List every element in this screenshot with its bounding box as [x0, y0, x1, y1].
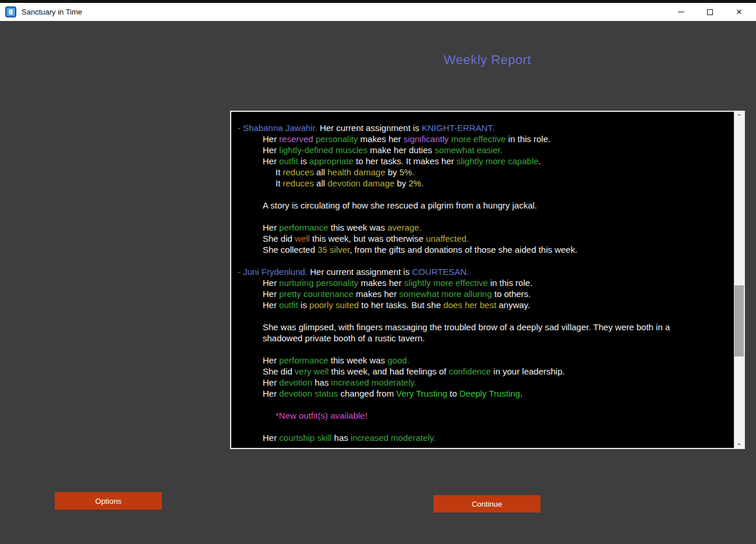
report-text-segment: somewhat more alluring — [399, 289, 492, 299]
maximize-button[interactable] — [695, 3, 725, 21]
report-line: She collected 35 silver, from the gifts … — [238, 244, 730, 255]
report-text: - Shabanna Jawahir. Her current assignme… — [231, 112, 734, 448]
report-text-segment: somewhat easier. — [434, 145, 503, 155]
report-line: Her lightly-defined muscles make her dut… — [238, 144, 730, 156]
report-text-segment: very well — [295, 366, 328, 376]
report-text-segment: this week was — [328, 355, 388, 365]
report-text-segment: - Shabanna Jawahir. — [238, 123, 317, 133]
report-line — [238, 189, 730, 200]
report-text-segment: all — [314, 167, 327, 177]
report-text-segment: by — [385, 167, 399, 177]
report-text-segment: does her best — [443, 300, 496, 310]
report-text-segment: has — [331, 433, 351, 443]
report-text-segment: is — [298, 156, 309, 166]
report-text-segment: to — [447, 388, 460, 398]
report-line — [238, 310, 730, 322]
scroll-up-button[interactable]: ⌃ — [734, 112, 744, 122]
report-line — [238, 211, 730, 222]
report-text-segment: 5%. — [400, 167, 415, 177]
options-button[interactable]: Options — [55, 492, 162, 510]
page-title: Weekly Report — [230, 52, 745, 68]
report-text-segment: damage — [361, 178, 394, 188]
report-text-segment: performance — [279, 355, 328, 365]
report-text-segment: It — [275, 178, 283, 188]
maximize-icon — [707, 9, 713, 15]
report-text-segment: confidence — [448, 366, 491, 376]
report-text-segment: this week, and had feelings of — [328, 366, 448, 376]
scroll-down-button[interactable]: ⌄ — [734, 438, 744, 448]
report-text-segment: It — [275, 167, 283, 177]
report-text-segment: personality — [316, 134, 358, 144]
report-text-segment: COURTESAN. — [412, 267, 469, 277]
report-text-segment: performance — [279, 222, 328, 232]
report-text-segment: nurturing personality — [279, 278, 358, 288]
report-text-segment: all — [314, 178, 327, 188]
report-text-segment: 2%. — [409, 178, 424, 188]
report-line — [238, 255, 730, 266]
report-text-segment: by — [394, 178, 408, 188]
report-line: - Shabanna Jawahir. Her current assignme… — [238, 122, 730, 133]
report-text-segment: She did — [263, 234, 295, 243]
report-text-segment: Her — [263, 156, 279, 166]
report-text-segment: 35 silver — [317, 245, 349, 255]
report-text-segment: reserved — [279, 134, 313, 144]
report-text-segment: in this role. — [488, 278, 533, 288]
report-line: Her devotion status changed from Very Tr… — [238, 388, 730, 399]
continue-button[interactable]: Continue — [433, 495, 540, 513]
report-text-segment: Her — [263, 222, 279, 232]
report-line: Her reserved personality makes her signi… — [238, 133, 730, 144]
report-line: She did well this week, but was otherwis… — [238, 233, 730, 244]
app-icon-glyph — [9, 9, 13, 15]
report-text-segment: reduces — [283, 178, 314, 188]
report-text-segment: Very Trusting — [396, 388, 447, 398]
chevron-up-icon: ⌃ — [736, 113, 741, 121]
report-text-segment: . — [539, 156, 541, 166]
report-line: Her outfit is appropriate to her tasks. … — [238, 156, 730, 167]
report-text-segment: appropriate — [309, 156, 354, 166]
report-text-segment: *New outfit(s) available! — [275, 411, 368, 421]
report-text-segment: makes her — [358, 278, 404, 288]
report-text-segment: She was glimpsed, with fingers massaging… — [263, 322, 670, 332]
report-text-segment: makes her — [354, 289, 399, 299]
weekly-report-panel: - Shabanna Jawahir. Her current assignme… — [230, 111, 745, 449]
report-text-segment: Her — [263, 300, 279, 310]
report-text-segment: - Juni Frydenlund. — [238, 267, 308, 277]
scroll-thumb[interactable] — [734, 285, 744, 356]
report-line: It reduces all devotion damage by 2%. — [238, 178, 730, 189]
titlebar: Sanctuary in Time ✕ — [0, 3, 756, 21]
window-title: Sanctuary in Time — [22, 8, 82, 16]
report-line: She did very well this week, and had fee… — [238, 366, 730, 377]
report-text-segment: anyway. — [496, 300, 530, 310]
report-text-segment: this week, but was otherwise — [310, 234, 426, 243]
report-line: Her courtship skill has increased modera… — [238, 432, 730, 443]
report-text-segment: good. — [387, 355, 409, 365]
window-controls: ✕ — [666, 3, 754, 21]
report-text-segment: reduces — [283, 167, 314, 177]
report-text-segment: poorly suited — [309, 300, 359, 310]
report-text-segment: outfit — [279, 156, 298, 166]
report-line: Her performance this week was good. — [238, 355, 730, 366]
report-text-segment: devotion — [279, 377, 312, 387]
report-text-segment: KNIGHT-ERRANT. — [422, 123, 494, 133]
report-text-segment: Her current assignment is — [317, 123, 422, 133]
report-text-segment: Her — [263, 289, 279, 299]
report-text-segment: She did — [263, 366, 295, 376]
report-text-segment: average. — [387, 222, 421, 232]
report-text-segment: She collected — [263, 245, 317, 255]
report-text-segment: Her — [263, 134, 279, 144]
report-text-segment: lightly-defined muscles — [279, 145, 368, 155]
report-text-segment: shadowed private booth of a rustic taver… — [263, 333, 425, 343]
report-text-segment: devotion — [327, 178, 361, 188]
report-scrollbar[interactable]: ⌃ ⌄ — [734, 112, 744, 448]
report-text-segment: courtship skill — [279, 433, 331, 443]
report-line: Her outfit is poorly suited to her tasks… — [238, 299, 730, 310]
report-text-segment: Her — [263, 355, 279, 365]
report-text-segment: outfit — [279, 300, 298, 310]
report-text-segment: Her — [263, 388, 279, 398]
report-text-segment: unaffected. — [426, 234, 469, 243]
report-text-segment: Her current assignment is — [308, 267, 412, 277]
close-button[interactable]: ✕ — [725, 3, 754, 21]
minimize-button[interactable] — [666, 3, 695, 21]
report-line: - Juni Frydenlund. Her current assignmen… — [238, 266, 730, 277]
report-text-segment: more effective — [451, 134, 506, 144]
